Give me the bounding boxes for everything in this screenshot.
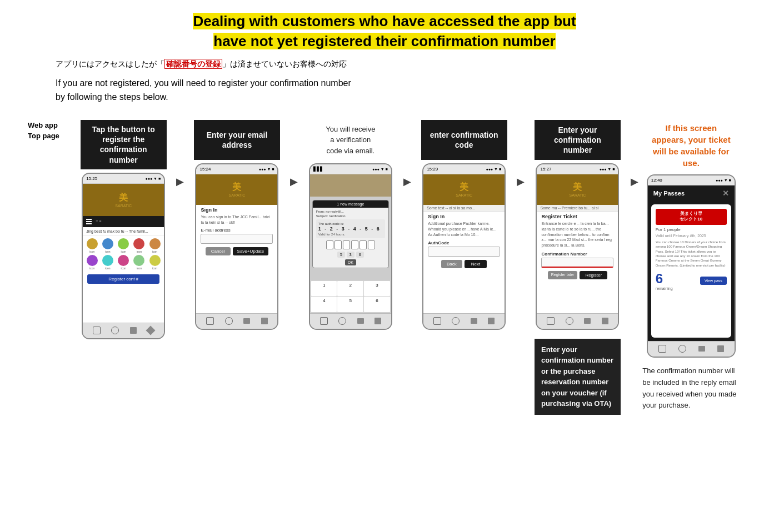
next-button[interactable]: Next: [465, 260, 487, 268]
step4-header: enter confirmation code: [421, 120, 507, 160]
step3-wrapper: You will receive a verification code via…: [301, 120, 401, 330]
auth-code-input[interactable]: [428, 247, 500, 257]
home-nav-icon[interactable]: [111, 327, 119, 334]
step1-header: Tap the button to register the confirmat…: [81, 120, 167, 169]
phone2: 15:24 ●●● ▼ ■ 美 SARATIC Sign In You can …: [195, 163, 278, 330]
if-screen-note: If this screen appears, your ticket will…: [645, 120, 737, 171]
page-container: Dealing with customers who have accessed…: [22, 11, 747, 415]
step1-wrapper: Tap the button to register the confirmat…: [73, 120, 173, 339]
confirmation-number-input[interactable]: [541, 258, 613, 268]
step5-header: Enter your confirmation number: [535, 120, 621, 160]
arrow3: ▶: [402, 120, 413, 188]
arrow2: ▶: [288, 120, 299, 188]
phone5: 15:27 ●●● ▼ ■ 美 SARATIC Some mu -- Premi…: [536, 163, 619, 330]
main-title: Dealing with customers who have accessed…: [33, 11, 736, 52]
save-button[interactable]: Save+Update: [233, 247, 269, 255]
enter-confirmation-box: Enter your confirmation number or the pu…: [535, 339, 621, 415]
register-button[interactable]: Register conf #: [87, 274, 159, 284]
step5-col: Enter your confirmation number 15:27 ●●●…: [527, 120, 627, 415]
close-icon[interactable]: ✕: [722, 189, 729, 198]
register-confirm-button[interactable]: Register: [580, 271, 607, 279]
final-col: If this screen appears, your ticket will…: [641, 120, 741, 411]
step3-note: You will receive a verification code via…: [307, 120, 393, 160]
step2-header: Enter your email address: [194, 120, 280, 160]
back-nav-icon[interactable]: [93, 327, 101, 334]
final-phone: 12:40 ●●● ▼ ■ My Passes ✕ 美まくり早 セレクト10: [647, 174, 736, 358]
step2-wrapper: Enter your email address 15:24 ●●● ▼ ■ 美…: [187, 120, 287, 330]
web-app-label: Web app Top page: [28, 120, 72, 142]
close-nav-icon[interactable]: [146, 326, 156, 335]
register-later-button[interactable]: Register later: [548, 271, 578, 279]
confirmation-note: The confirmation number will be included…: [642, 365, 740, 411]
arrow5: ▶: [629, 120, 640, 188]
email-input[interactable]: [201, 234, 273, 244]
flow-section: Web app Top page Tap the button to regis…: [22, 120, 747, 415]
phone1: 15:25 ●●● ▼ ■ 美 SARATIC: [82, 173, 165, 339]
view-pass-button[interactable]: View pass: [700, 277, 727, 285]
phone4: 15:29 ●●● ▼ ■ 美 SARATIC Some text -- al …: [422, 163, 506, 330]
back-button[interactable]: Back: [441, 260, 462, 268]
step4-wrapper: enter confirmation code 15:29 ●●● ▼ ■ 美 …: [414, 120, 514, 330]
phone3: ▋▋▋ ●●● ▼ ■ 1 new message From: no-reply…: [309, 163, 392, 330]
arrow1: ▶: [174, 120, 186, 188]
arrow4: ▶: [515, 120, 526, 188]
menu-icon: [86, 219, 92, 224]
description: If you are not registered, you will need…: [56, 76, 747, 104]
japanese-subtitle: アプリにはアクセスはしたが「確認番号の登録」は済ませていないお客様への対応: [56, 59, 747, 69]
title-section: Dealing with customers who have accessed…: [22, 11, 747, 52]
cancel-button[interactable]: Cancel: [206, 247, 231, 255]
recent-nav-icon[interactable]: [130, 327, 137, 334]
